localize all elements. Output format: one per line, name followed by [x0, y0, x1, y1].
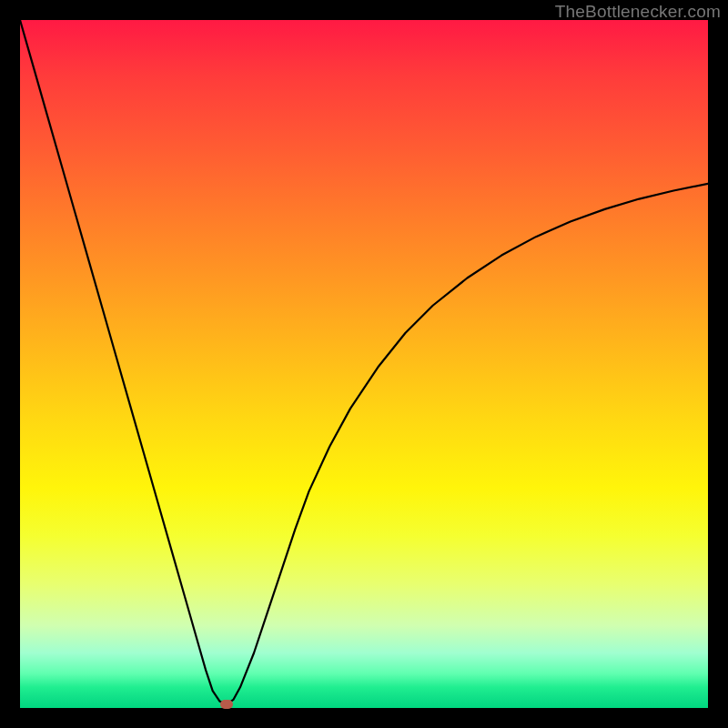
watermark-text: TheBottlenecker.com: [555, 2, 721, 22]
chart-plot-area: [20, 20, 708, 708]
chart-container: TheBottlenecker.com: [0, 0, 728, 728]
chart-marker-point: [220, 700, 233, 709]
chart-curve: [20, 20, 708, 708]
